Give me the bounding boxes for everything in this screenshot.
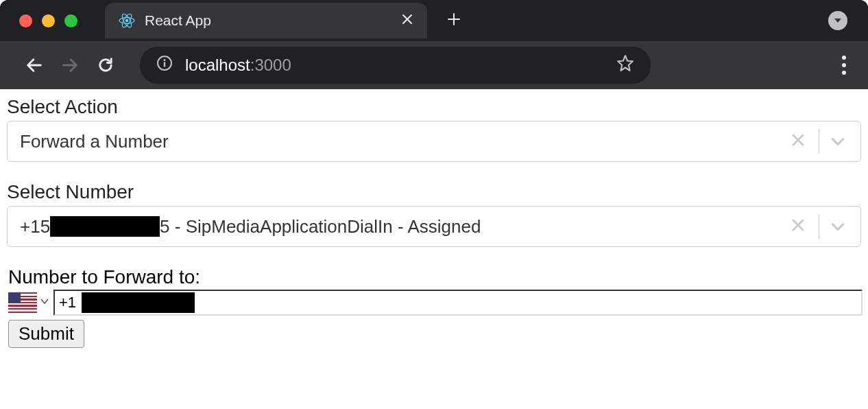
number-select[interactable]: +155 - SipMediaApplicationDialIn - Assig… bbox=[7, 206, 861, 247]
url-text: localhost:3000 bbox=[185, 56, 291, 75]
browser-menu-icon[interactable] bbox=[842, 56, 846, 75]
url-host: localhost bbox=[185, 56, 250, 74]
redacted-number bbox=[50, 216, 160, 237]
window-controls bbox=[19, 14, 77, 27]
select-number-label: Select Number bbox=[7, 181, 863, 203]
tab-close-icon[interactable] bbox=[401, 12, 413, 30]
omnibox[interactable]: localhost:3000 bbox=[140, 47, 651, 84]
select-indicators bbox=[780, 214, 854, 239]
browser-tab[interactable]: React App bbox=[105, 3, 427, 38]
svg-point-0 bbox=[125, 19, 128, 22]
react-favicon bbox=[119, 12, 135, 29]
country-select[interactable] bbox=[8, 290, 49, 316]
forward-to-label: Number to Forward to: bbox=[8, 266, 863, 288]
url-port: :3000 bbox=[250, 56, 291, 74]
clear-icon[interactable] bbox=[780, 215, 816, 238]
tab-title: React App bbox=[145, 12, 391, 29]
svg-rect-6 bbox=[164, 62, 165, 67]
svg-point-5 bbox=[164, 59, 166, 61]
chevron-down-icon[interactable] bbox=[822, 218, 854, 235]
window-close-button[interactable] bbox=[19, 14, 32, 27]
phone-input-row: +1 bbox=[8, 290, 863, 316]
forward-button[interactable] bbox=[56, 51, 84, 79]
reload-button[interactable] bbox=[92, 51, 119, 79]
window-maximize-button[interactable] bbox=[64, 14, 77, 27]
chevron-down-icon[interactable] bbox=[822, 132, 854, 150]
clear-icon[interactable] bbox=[780, 130, 816, 153]
back-button[interactable] bbox=[21, 51, 48, 79]
number-prefix: +15 bbox=[20, 216, 50, 237]
chevron-down-icon bbox=[40, 296, 49, 309]
number-select-value: +155 - SipMediaApplicationDialIn - Assig… bbox=[20, 216, 780, 237]
us-flag-icon bbox=[8, 292, 37, 313]
number-suffix: 5 - SipMediaApplicationDialIn - Assigned bbox=[160, 216, 481, 237]
bookmark-star-icon[interactable] bbox=[616, 54, 634, 76]
indicator-separator bbox=[819, 214, 819, 239]
browser-chrome: React App localhost:3 bbox=[0, 0, 868, 89]
address-bar-row: localhost:3000 bbox=[0, 41, 868, 89]
submit-button[interactable]: Submit bbox=[8, 320, 84, 348]
phone-prefix: +1 bbox=[59, 294, 76, 312]
tab-bar: React App bbox=[0, 0, 868, 41]
profile-dropdown-icon bbox=[828, 11, 847, 30]
phone-input[interactable]: +1 bbox=[53, 290, 863, 316]
site-info-icon[interactable] bbox=[156, 55, 173, 75]
redacted-phone bbox=[82, 292, 195, 313]
window-minimize-button[interactable] bbox=[42, 14, 55, 27]
action-select-value: Forward a Number bbox=[20, 131, 780, 152]
new-tab-icon[interactable] bbox=[446, 10, 461, 32]
select-indicators bbox=[780, 129, 854, 154]
select-action-label: Select Action bbox=[7, 96, 863, 118]
page-content: Select Action Forward a Number Select Nu… bbox=[0, 89, 868, 353]
action-select[interactable]: Forward a Number bbox=[7, 121, 861, 162]
indicator-separator bbox=[819, 129, 819, 154]
profile-menu[interactable] bbox=[828, 11, 847, 30]
